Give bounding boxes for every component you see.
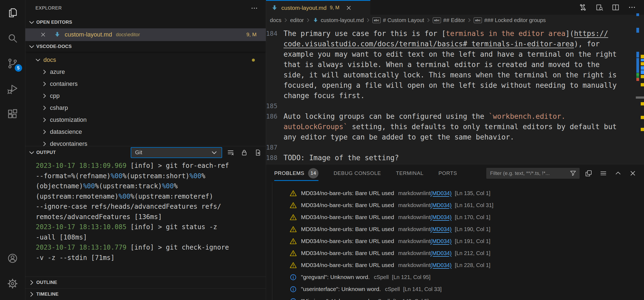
open-editor-item[interactable]: custom-layout.md docs\editor 9, M xyxy=(25,28,266,41)
source-control-icon[interactable]: 5 xyxy=(0,51,25,76)
problem-position: [Ln 228, Col 1] xyxy=(455,262,490,268)
problem-row[interactable]: MD034/no-bare-urls: Bare URL usedmarkdow… xyxy=(266,235,644,247)
log-segment: (upstream:remotename) xyxy=(36,193,118,200)
chevron-right-icon xyxy=(41,93,48,99)
tab-close-icon[interactable] xyxy=(345,5,352,11)
breadcrumb: docseditorcustom-layout.mdabc# Custom La… xyxy=(266,15,644,26)
problem-row[interactable]: MD034/no-bare-urls: Bare URL usedmarkdow… xyxy=(266,259,644,271)
lock-icon[interactable] xyxy=(240,149,248,157)
problem-position: [Ln 170, Col 1] xyxy=(455,214,490,220)
problem-row[interactable]: MD034/no-bare-urls: Bare URL usedmarkdow… xyxy=(266,187,644,199)
sidebar-tree-item-datascience[interactable]: datascience xyxy=(25,126,266,138)
problem-source: cSpell xyxy=(385,286,400,292)
sidebar-tree-item-customization[interactable]: customization xyxy=(25,114,266,126)
sidebar-tree-item-containers[interactable]: containers xyxy=(25,78,266,90)
maximize-panel-icon[interactable] xyxy=(614,169,622,177)
open-log-file-icon[interactable] xyxy=(254,149,262,157)
editor-content[interactable]: 184The primary use case for this is for … xyxy=(266,26,644,164)
sidebar-tree-item-docs[interactable]: docs xyxy=(25,54,266,66)
problem-position: [Ln 190, Col 1] xyxy=(455,226,490,232)
modified-dot-badge xyxy=(252,59,255,62)
breadcrumb-item[interactable]: docs xyxy=(270,17,281,23)
chevron-right-icon xyxy=(41,129,48,135)
split-editor-icon[interactable] xyxy=(611,3,620,12)
filter-icon[interactable] xyxy=(569,169,577,177)
panel-header: PROBLEMS14DEBUG CONSOLETERMINALPORTS xyxy=(266,164,644,182)
log-segment: %(upstream:track) xyxy=(95,182,162,190)
problem-row[interactable]: MD034/no-bare-urls: Bare URL usedmarkdow… xyxy=(266,199,644,211)
tab-bar: custom-layout.md 9, M xyxy=(266,0,644,15)
chevron-right-icon xyxy=(41,69,48,75)
problem-message: MD034/no-bare-urls: Bare URL used xyxy=(301,226,394,232)
open-editors-header[interactable]: OPEN EDITORS xyxy=(25,16,266,28)
panel-tab-problems[interactable]: PROBLEMS14 xyxy=(274,164,318,182)
more-actions-icon[interactable] xyxy=(251,4,258,12)
problem-row[interactable]: "gregvanl": Unknown word.cSpell[Ln 121, … xyxy=(266,271,644,283)
output-header[interactable]: OUTPUT Git xyxy=(25,146,266,159)
close-panel-icon[interactable] xyxy=(629,169,637,177)
panel-tab-debug-console[interactable]: DEBUG CONSOLE xyxy=(333,164,381,182)
explorer-icon[interactable] xyxy=(0,0,25,25)
warning-icon xyxy=(289,249,297,257)
chevron-right-icon xyxy=(28,291,35,298)
chevron-down-icon xyxy=(35,57,41,63)
problem-row[interactable]: MD034/no-bare-urls: Bare URL usedmarkdow… xyxy=(266,211,644,223)
problems-filter-input[interactable] xyxy=(490,170,569,176)
output-actions xyxy=(222,149,266,157)
breadcrumb-item[interactable]: custom-layout.md xyxy=(312,17,364,23)
problem-row[interactable]: "Mimimap": Unknown word.cSpell[Ln 143, C… xyxy=(266,295,644,300)
sidebar-tree-item-devcontainers[interactable]: devcontainers xyxy=(25,138,266,146)
breadcrumb-item[interactable]: editor xyxy=(290,17,304,23)
sidebar-tree-item-csharp[interactable]: csharp xyxy=(25,102,266,114)
problem-source-link[interactable]: (MD034) xyxy=(430,250,452,256)
log-segment: (objectname) xyxy=(36,182,83,190)
close-icon[interactable] xyxy=(40,31,47,38)
editor-line: autoLockGroups` setting, this defaults t… xyxy=(266,122,644,132)
ruler-mark xyxy=(641,59,644,61)
problem-message: "Mimimap": Unknown word. xyxy=(301,298,371,300)
clear-output-icon[interactable] xyxy=(226,149,235,157)
problem-source-link[interactable]: (MD034) xyxy=(430,190,452,196)
tree-item-label: csharp xyxy=(50,104,68,111)
tab-custom-layout[interactable]: custom-layout.md 9, M xyxy=(266,0,370,15)
output-channel-select[interactable]: Git xyxy=(131,147,222,158)
editor-group: custom-layout.md 9, M docseditorcustom-l… xyxy=(266,0,644,164)
breadcrumb-item[interactable]: abc## Editor xyxy=(433,17,465,23)
problem-message: MD034/no-bare-urls: Bare URL used xyxy=(301,190,394,196)
problem-source: cSpell xyxy=(375,298,390,300)
open-changes-icon[interactable] xyxy=(579,3,587,12)
problem-row[interactable]: "userinterface": Unknown word.cSpell[Ln … xyxy=(266,283,644,295)
output-log-line: 2023-10-17 18:13:09.969 [info] > git for… xyxy=(36,161,263,171)
problem-source-link[interactable]: (MD034) xyxy=(430,238,452,244)
breadcrumb-item[interactable]: abc# Custom Layout xyxy=(372,17,424,23)
search-icon[interactable] xyxy=(0,25,25,51)
sidebar-tree-item-cpp[interactable]: cpp xyxy=(25,90,266,102)
settings-gear-icon[interactable] xyxy=(0,271,25,296)
timeline-header[interactable]: TIMELINE xyxy=(25,288,266,300)
output-label: OUTPUT xyxy=(36,150,56,155)
extensions-icon[interactable] xyxy=(0,101,25,127)
panel-menu-icon[interactable] xyxy=(599,169,607,177)
panel-tab-terminal[interactable]: TERMINAL xyxy=(396,164,424,182)
outline-header[interactable]: OUTLINE xyxy=(25,277,266,288)
workspace-header[interactable]: VSCODE-DOCS xyxy=(25,41,266,52)
problem-source-link[interactable]: (MD034) xyxy=(430,202,452,208)
problem-source-link[interactable]: (MD034) xyxy=(430,226,452,232)
output-log-line: (upstream:remotename)%00%(upstream:remot… xyxy=(36,192,263,202)
chevron-down-icon xyxy=(28,19,35,26)
problem-source-link[interactable]: (MD034) xyxy=(430,214,452,220)
breadcrumb-item[interactable]: abc### Locked editor groups xyxy=(474,17,546,23)
run-debug-icon[interactable] xyxy=(0,76,25,101)
more-actions-icon[interactable] xyxy=(628,3,636,12)
open-in-editor-icon[interactable] xyxy=(585,169,593,177)
open-preview-icon[interactable] xyxy=(595,3,604,12)
problem-message: MD034/no-bare-urls: Bare URL used xyxy=(301,262,394,268)
account-icon[interactable] xyxy=(0,246,25,271)
problem-source-link[interactable]: (MD034) xyxy=(430,262,452,268)
sidebar-tree-item-azure[interactable]: azure xyxy=(25,66,266,78)
panel-tab-ports[interactable]: PORTS xyxy=(439,164,457,182)
problem-row[interactable]: MD034/no-bare-urls: Bare URL usedmarkdow… xyxy=(266,247,644,259)
problem-row[interactable]: MD034/no-bare-urls: Bare URL usedmarkdow… xyxy=(266,223,644,235)
log-segment: [info] > git for-each-ref xyxy=(126,162,229,169)
log-segment: 2023-10-17 18:13:09.969 xyxy=(36,162,126,169)
